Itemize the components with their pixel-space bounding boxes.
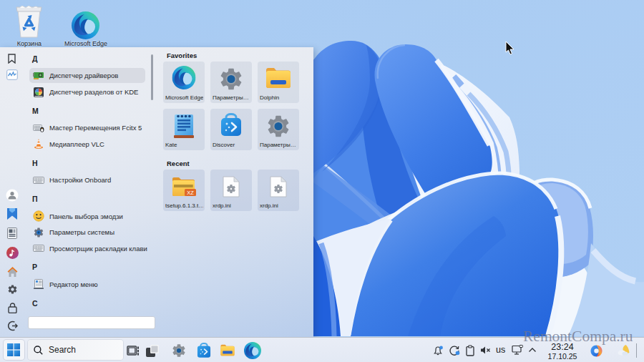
svg-text:XZ: XZ xyxy=(187,190,194,196)
